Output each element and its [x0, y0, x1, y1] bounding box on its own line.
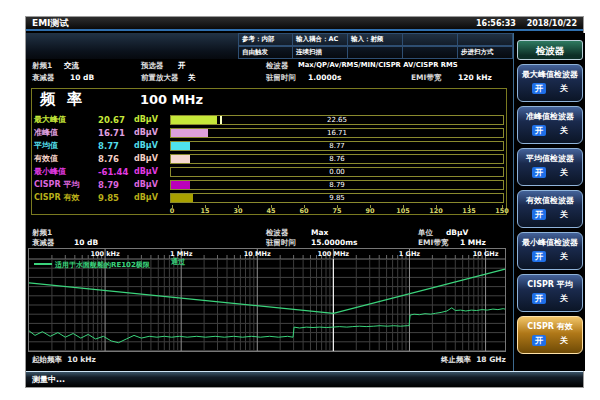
axis-tick-label: 150: [495, 207, 509, 215]
status-cell: 参考：内部: [238, 33, 293, 46]
status-strip: 参考：内部输入耦合：AC输入：射频自由触发连续扫描步进扫方式: [26, 33, 513, 59]
setting-label: 检波器: [266, 228, 289, 238]
limit-line: [29, 269, 505, 313]
meter-bar-value-label: 0.00: [171, 168, 503, 176]
meter-row: 有效值8.76dBμV8.76: [34, 152, 504, 165]
setting-label: 驻留时间: [266, 73, 296, 83]
settings-row-2: 衰减器10 dB前置放大器关驻留时间1.0000sEMI带宽120 kHz: [26, 73, 513, 84]
axis-tick-label: 105: [396, 207, 410, 215]
spectrum-chart: 通过 100 kHz1 MHz10 MHz100 MHz1 GHz10 GHz适…: [28, 248, 506, 352]
spectrum-plot: 100 kHz1 MHz10 MHz100 MHz1 GHz10 GHz适用于水…: [28, 248, 506, 352]
meter-bar-track: 22.65: [170, 115, 504, 125]
toggle-off[interactable]: 关: [560, 251, 568, 262]
setting-label: EMI带宽: [418, 238, 448, 248]
meter-row-label: 最大峰值: [34, 114, 98, 125]
toggle-on[interactable]: 开: [532, 125, 546, 136]
toggle-off[interactable]: 关: [560, 293, 568, 304]
date-text: 2018/10/22: [527, 19, 577, 28]
meter-row: 平均值8.77dBμV8.77: [34, 139, 504, 152]
meter-row-value: 16.71: [98, 128, 134, 138]
meter-panel: 频率 100 MHz 最大峰值20.67dBμV22.65准峰值16.71dBμ…: [31, 88, 507, 215]
detector-toggle-row: 开关: [518, 251, 582, 262]
detector-toggle-row: 开关: [518, 209, 582, 220]
meter-bar-value-label: 8.77: [171, 142, 503, 150]
meter-row-unit: dBμV: [134, 154, 170, 163]
meter-bar-track: 8.77: [170, 141, 504, 151]
meter-row-value: -61.44: [98, 167, 134, 177]
x-axis-decade-label: 100 kHz: [90, 250, 120, 258]
status-text: 测量中...: [26, 372, 583, 385]
detector-toggle-button[interactable]: CISPR 平均开关: [517, 274, 583, 312]
setting-label: 前置放大器: [141, 73, 179, 83]
status-cell: [458, 33, 513, 46]
setting-value: 10 dB: [74, 238, 98, 247]
status-cell: [403, 46, 458, 59]
meter-row-value: 9.85: [98, 193, 134, 203]
meter-row-label: CISPR 有效: [34, 192, 98, 203]
toggle-off[interactable]: 关: [560, 209, 568, 220]
x-axis-decade-label: 10 MHz: [244, 250, 271, 258]
meter-row-value: 8.79: [98, 180, 134, 190]
meter-row-label: 有效值: [34, 153, 98, 164]
setting-label: 检波器: [266, 61, 289, 71]
detector-toggle-button[interactable]: 最小峰值检波器开关: [517, 232, 583, 270]
toggle-off[interactable]: 关: [560, 167, 568, 178]
setting-value: 开: [178, 61, 186, 71]
toggle-on[interactable]: 开: [532, 83, 546, 94]
setting-label: 预选器: [141, 61, 164, 71]
x-axis-decade-label: 100 MHz: [318, 250, 350, 258]
detector-button-label: CISPR 平均: [518, 279, 582, 290]
legend-label: 适用于水面舰船的RE102极限: [54, 260, 151, 269]
detector-toggle-button[interactable]: 最大峰值检波器开关: [517, 64, 583, 102]
pass-status-text: 通过: [171, 257, 185, 267]
detector-button-label: 最大峰值检波器: [518, 69, 582, 80]
setting-value: 10 dB: [70, 73, 94, 82]
meter-bar-track: 8.79: [170, 180, 504, 190]
meter-axis: 0153045607590105120135150: [172, 205, 502, 216]
toggle-on[interactable]: 开: [532, 251, 546, 262]
detector-toggle-row: 开关: [518, 335, 582, 346]
toggle-on[interactable]: 开: [532, 293, 546, 304]
frequency-label: 频率: [40, 90, 94, 109]
setting-label: EMI带宽: [411, 73, 441, 83]
setting-value: Max/QP/Av/RMS/MIN/CISPR AV/CISPR RMS: [298, 61, 458, 69]
detector-toggle-button[interactable]: 准峰值检波器开关: [517, 106, 583, 144]
meter-row: 最小峰值-61.44dBμV0.00: [34, 165, 504, 178]
status-cell: [348, 46, 403, 59]
status-cell: 输入：射频: [348, 33, 403, 46]
toggle-off[interactable]: 关: [560, 335, 568, 346]
meter-row-label: 最小峰值: [34, 166, 98, 177]
clock: 16:56:33 2018/10/22: [468, 19, 577, 28]
status-cells: 参考：内部输入耦合：AC输入：射频自由触发连续扫描步进扫方式: [238, 33, 513, 59]
setting-label: 衰减器: [32, 73, 55, 83]
status-cell: 连续扫描: [293, 46, 348, 59]
setting-label: 驻留时间: [266, 238, 296, 248]
x-axis-decade-label: 1 GHz: [399, 250, 421, 258]
meter-bar-track: 16.71: [170, 128, 504, 138]
meter-row-unit: dBμV: [134, 141, 170, 150]
toggle-off[interactable]: 关: [560, 125, 568, 136]
detector-toggle-button[interactable]: 有效值检波器开关: [517, 190, 583, 228]
setting-label: 射频1: [32, 228, 52, 238]
status-bar: 测量中...: [26, 371, 583, 387]
toggle-on[interactable]: 开: [532, 335, 546, 346]
detector-button-label: CISPR 有效: [518, 321, 582, 332]
toggle-on[interactable]: 开: [532, 209, 546, 220]
axis-tick-label: 0: [170, 207, 175, 215]
detector-toggle-button[interactable]: 平均值检波器开关: [517, 148, 583, 186]
setting-value: 1 MHz: [460, 238, 486, 247]
detector-toggle-button[interactable]: CISPR 有效开关: [517, 316, 583, 354]
meter-row-unit: dBμV: [134, 180, 170, 189]
status-cell: 步进扫方式: [458, 46, 513, 59]
axis-tick-label: 60: [299, 207, 308, 215]
meter-bar-track: 0.00: [170, 167, 504, 177]
meter-row-unit: dBμV: [134, 128, 170, 137]
meter-row: CISPR 平均8.79dBμV8.79: [34, 178, 504, 191]
detector-menu-button[interactable]: 检波器: [517, 40, 583, 60]
toggle-on[interactable]: 开: [532, 167, 546, 178]
detector-toggle-row: 开关: [518, 167, 582, 178]
setting-value: 交流: [64, 61, 79, 71]
toggle-off[interactable]: 关: [560, 83, 568, 94]
status-cell: [403, 33, 458, 46]
detector-button-label: 有效值检波器: [518, 195, 582, 206]
